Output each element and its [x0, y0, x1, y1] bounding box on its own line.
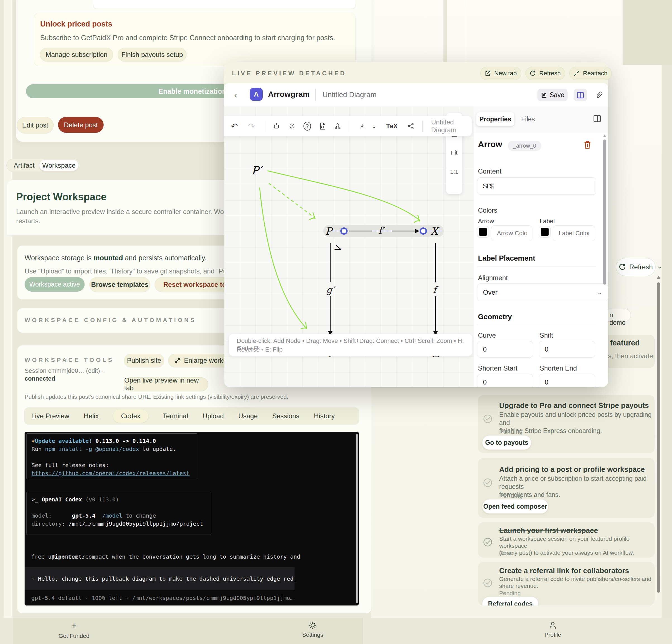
back-chevron-icon[interactable]: ‹ — [234, 89, 237, 100]
tab-live-preview[interactable]: Live Preview — [31, 412, 69, 420]
arrow-color-input[interactable] — [491, 226, 532, 241]
node-p-prime[interactable]: P′ — [251, 164, 263, 177]
curve-input[interactable] — [477, 341, 533, 358]
edge-pprime-x[interactable] — [267, 171, 419, 220]
shorten-end-input[interactable] — [539, 374, 595, 387]
run-pre: Run — [32, 446, 45, 452]
label-color-input[interactable] — [553, 226, 595, 241]
go-to-payouts-button[interactable]: Go to payouts — [482, 435, 531, 450]
zoom-actual-button[interactable]: 1:1 — [446, 168, 462, 175]
arrow-color-swatch[interactable] — [477, 226, 489, 238]
edge-handle-end[interactable] — [420, 228, 426, 234]
header-divider — [315, 89, 316, 101]
label-color-label: Label — [540, 218, 555, 225]
referral-codes-button[interactable]: Referral codes — [482, 597, 539, 606]
nav-settings[interactable]: Settings — [290, 621, 335, 642]
shorten-start-input[interactable] — [477, 374, 533, 387]
delete-post-button[interactable]: Delete post — [58, 117, 104, 133]
download-chevron-icon[interactable]: ⌄ — [372, 122, 376, 130]
tex-button[interactable]: TeX — [386, 122, 398, 130]
gear-icon[interactable] — [288, 122, 295, 130]
download-icon[interactable] — [359, 122, 365, 130]
panel-scrollbar-thumb[interactable] — [603, 139, 607, 284]
tab-sessions[interactable]: Sessions — [272, 412, 299, 420]
config-header: WORKSPACE CONFIG & AUTOMATIONS — [25, 317, 196, 324]
graph-nodes-icon[interactable] — [334, 122, 341, 130]
open-feed-composer-button[interactable]: Open feed composer — [482, 499, 548, 514]
hint-line-2: Reverse • E: Flip — [237, 346, 283, 353]
panel-collapse-icon[interactable] — [593, 115, 601, 122]
terminal-input[interactable]: › Hello, change this pullback diagram to… — [25, 567, 295, 590]
label-color-swatch[interactable] — [539, 226, 551, 238]
workspace-active-button[interactable]: Workspace active — [25, 277, 85, 292]
redo-icon[interactable]: ↷ — [248, 121, 255, 131]
edge-g-prime-label[interactable]: g′ — [326, 284, 336, 295]
live-preview-modal: LIVE PREVIEW DETACHED New tab Refresh Re… — [224, 62, 608, 387]
save-button[interactable]: Save — [538, 89, 567, 101]
diagram-canvas[interactable]: P′ P f′ X > g′ f N2 Y g Z - ⊞ Fit 1:1 — [224, 107, 474, 387]
open-live-preview-button[interactable]: Open live preview in new tab — [124, 377, 208, 391]
tab-codex[interactable]: Codex — [113, 409, 148, 423]
content-input[interactable] — [477, 178, 596, 195]
page-scrollbar-thumb[interactable] — [657, 282, 660, 593]
split-panel-icon — [577, 92, 584, 98]
terminal-scrollbar[interactable] — [356, 434, 358, 603]
shift-input[interactable] — [539, 341, 595, 358]
paperclip-icon[interactable] — [595, 91, 602, 99]
edge-handle-start[interactable] — [341, 228, 347, 234]
terminal-tip-2: free up context. — [31, 553, 85, 561]
tab-upload[interactable]: Upload — [202, 412, 224, 420]
reattach-button[interactable]: Reattach — [569, 67, 612, 80]
tab-artifact[interactable]: Artifact — [14, 161, 35, 169]
modal-refresh-button[interactable]: Refresh — [525, 67, 565, 80]
nav-profile[interactable]: Profile — [530, 621, 575, 642]
tab-workspace[interactable]: Workspace — [39, 160, 79, 171]
edge-f-label[interactable]: f — [433, 284, 439, 295]
alignment-select[interactable]: Over ⌄ — [477, 283, 608, 301]
codex-prompt: >_ — [32, 496, 41, 503]
nav-get-funded[interactable]: + Get Funded — [52, 621, 96, 642]
update-versions: 0.113.0 -> 0.114.0 — [92, 438, 156, 444]
file-code-icon[interactable] — [320, 122, 326, 130]
panel-tabs-row: Properties Files — [474, 107, 608, 133]
codex-terminal[interactable]: ✶Update available! 0.113.0 -> 0.114.0 Ru… — [25, 432, 359, 606]
robot-icon[interactable] — [273, 122, 280, 130]
edge-pprime-p-dashed[interactable] — [269, 183, 314, 217]
edit-post-button[interactable]: Edit post — [17, 117, 53, 133]
help-icon[interactable]: ? — [303, 122, 311, 131]
manage-subscription-button[interactable]: Manage subscription — [40, 48, 113, 61]
right-refresh-button[interactable]: Refresh — [616, 258, 656, 276]
right-refresh-chevron-icon[interactable]: ⌄ — [657, 262, 663, 270]
refresh-icon — [530, 70, 536, 76]
toolbar-filename-input[interactable]: Untitled Diagram — [431, 118, 472, 134]
tab-helix[interactable]: Helix — [84, 412, 98, 420]
delete-arrow-icon[interactable] — [584, 141, 591, 149]
panel-toggle-button[interactable] — [574, 89, 587, 101]
tab-terminal[interactable]: Terminal — [163, 412, 188, 420]
zoom-fit-button[interactable]: Fit — [446, 149, 462, 156]
arrow-id-badge: _arrow_0 — [508, 141, 541, 151]
doc-title: Untitled Diagram — [323, 90, 376, 99]
demo-pill-label: n demo — [610, 312, 631, 327]
browse-templates-button[interactable]: Browse templates — [89, 277, 150, 292]
dir-value: /mnt/…/cmmmj9ugd005ypi9llpp1jjmo/project — [69, 520, 203, 527]
model-label: model: — [32, 512, 52, 519]
publish-site-button[interactable]: Publish site — [124, 354, 164, 367]
tab-files[interactable]: Files — [521, 116, 535, 123]
panel-scrollbar-up-icon[interactable] — [603, 134, 607, 137]
page-scrollbar-up-icon[interactable] — [657, 276, 661, 279]
dir-label: directory: — [32, 520, 69, 527]
share-nodes-icon[interactable] — [407, 122, 414, 130]
app-header: ‹ A Arrowgram Untitled Diagram Save — [224, 83, 608, 107]
undo-icon[interactable]: ↶ — [231, 121, 238, 131]
modal-header-title: LIVE PREVIEW DETACHED — [232, 70, 346, 77]
tab-history[interactable]: History — [314, 412, 335, 420]
tab-properties[interactable]: Properties — [476, 112, 514, 126]
tools-header: WORKSPACE TOOLS — [25, 356, 114, 363]
storage-line1: Workspace storage is mounted and persist… — [25, 254, 207, 262]
new-tab-button[interactable]: New tab — [480, 67, 521, 80]
edge-pprime-y[interactable] — [260, 187, 306, 328]
release-notes-link[interactable]: https://github.com/openai/codex/releases… — [32, 469, 192, 477]
tab-usage[interactable]: Usage — [238, 412, 258, 420]
finish-payouts-button[interactable]: Finish payouts setup — [118, 48, 187, 61]
